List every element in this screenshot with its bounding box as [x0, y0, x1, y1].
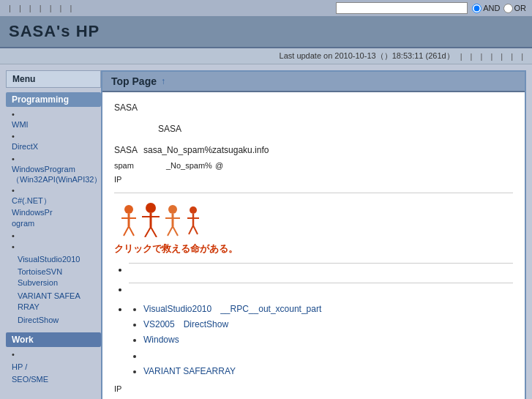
sub-item-variant[interactable]: VARIANT SAFEARRAY	[143, 365, 513, 379]
sidebar-link-svn[interactable]: TortoiseSVNSubversion	[18, 266, 101, 290]
svg-line-19	[193, 225, 198, 234]
ip-label: IP	[114, 174, 121, 187]
sidebar-link-vs2010[interactable]: VisualStudio2010	[18, 253, 101, 266]
sidebar-programming-label: Programming	[6, 92, 101, 107]
sub-link-windows[interactable]: Windows	[143, 335, 179, 345]
sub-list-1: VisualStudio2010 __RPC__out_xcount_part …	[129, 302, 513, 379]
spam-label: spam	[114, 160, 134, 173]
sidebar: Menu Programming WMI DirectX WindowsProg…	[6, 70, 101, 399]
page-title-arrow: ↑	[161, 76, 165, 86]
site-title: SASA's HP	[9, 22, 100, 40]
spam-replace: _No_spam%	[137, 160, 212, 173]
radio-and[interactable]	[472, 4, 482, 13]
sidebar-sub-links: VisualStudio2010 TortoiseSVNSubversion V…	[6, 253, 101, 327]
top-ticks: | | | | | | |	[6, 4, 331, 12]
update-text: Last update on 2010-10-13（）18:53:11 (261…	[280, 51, 454, 61]
at-symbol: @	[215, 160, 223, 173]
sidebar-work-section: Work HP / SEO/SME	[6, 332, 101, 387]
divider-1	[114, 193, 513, 193]
radio-or-text: OR	[514, 4, 527, 12]
sasa-desc-section: SASA	[114, 122, 513, 136]
content-area: Top Page ↑ SASA SASA SASA sasa_No_spam%z…	[101, 70, 526, 399]
intro-section: SASA	[114, 101, 513, 115]
sub-link-vs2005[interactable]: VS2005 DirectShow	[143, 319, 228, 329]
sidebar-item-directshow[interactable]: DirectShow	[18, 314, 101, 327]
blood-donation-svg	[114, 201, 202, 237]
main-layout: Menu Programming WMI DirectX WindowsProg…	[0, 64, 532, 399]
radio-and-label[interactable]: AND	[472, 4, 500, 13]
spam-row: spam _No_spam% @	[114, 160, 513, 173]
sub-link-variant[interactable]: VARIANT SAFEARRAY	[143, 366, 236, 376]
ip-row: IP	[114, 174, 513, 187]
sasa-intro: SASA	[114, 101, 513, 115]
svg-point-0	[124, 205, 133, 214]
news-item-1	[129, 263, 513, 277]
sasa-desc: SASA	[114, 122, 513, 136]
sidebar-item-variant[interactable]: VARIANT SAFEARRAY	[18, 290, 101, 314]
svg-line-18	[189, 225, 193, 234]
site-header: SASA's HP	[0, 16, 532, 48]
sidebar-item-svn[interactable]: TortoiseSVNSubversion	[18, 266, 101, 290]
sub-link-vs2010[interactable]: VisualStudio2010 __RPC__out_xcount_part	[143, 304, 321, 314]
sidebar-item-winprog[interactable]: WindowsProgram（Win32API(WinAPI32）	[6, 154, 101, 186]
sub-item-vs2005[interactable]: VS2005 DirectShow	[143, 318, 513, 332]
sidebar-item-work-blank	[6, 350, 101, 360]
sidebar-menu-header: Menu	[6, 70, 101, 88]
radio-or-label[interactable]: OR	[503, 4, 527, 13]
sidebar-item-wmi[interactable]: WMI	[6, 110, 101, 131]
sidebar-item-vs2010[interactable]: VisualStudio2010	[18, 253, 101, 266]
divider-news-2	[129, 283, 513, 283]
sidebar-link-hp[interactable]: HP /	[12, 361, 101, 373]
sidebar-item-seo[interactable]: SEO/SME	[12, 373, 101, 386]
content-header: Top Page ↑	[102, 72, 525, 92]
sidebar-item-blank2	[6, 242, 101, 253]
svg-line-3	[124, 226, 129, 236]
sasa-email: sasa_No_spam%zatsugaku.info	[143, 143, 269, 157]
svg-line-9	[151, 227, 157, 237]
radio-and-text: AND	[483, 4, 500, 12]
svg-point-10	[168, 205, 177, 214]
sidebar-link-variant[interactable]: VARIANT SAFEARRAY	[18, 290, 101, 314]
sidebar-work-label: Work	[6, 332, 101, 347]
sub-item-vs2010[interactable]: VisualStudio2010 __RPC__out_xcount_part	[143, 302, 513, 316]
sidebar-link-seo[interactable]: SEO/SME	[12, 373, 101, 386]
radio-group: AND OR	[472, 4, 526, 13]
sub-list-parent-1: VisualStudio2010 __RPC__out_xcount_part …	[129, 302, 513, 379]
update-bar: Last update on 2010-10-13（）18:53:11 (261…	[0, 48, 532, 64]
content-body: SASA SASA SASA sasa_No_spam%zatsugaku.in…	[102, 92, 525, 399]
page-title: Top Page	[111, 75, 157, 87]
email-section: SASA sasa_No_spam%zatsugaku.info spam _N…	[114, 143, 513, 193]
sidebar-link-csharp[interactable]: C#(.NET） WindowsProgram	[12, 195, 101, 230]
blood-image-section[interactable]: クリックで救える命がある。	[114, 201, 513, 257]
sub-item-windows[interactable]: Windows	[143, 333, 513, 347]
sidebar-link-winprog[interactable]: WindowsProgram（Win32API(WinAPI32）	[12, 163, 101, 186]
ip-label-2: IP	[114, 383, 121, 396]
news-list	[114, 263, 513, 297]
search-box	[336, 2, 468, 14]
sidebar-programming-section: Programming WMI DirectX WindowsProgram（W…	[6, 92, 101, 327]
top-bar: | | | | | | | AND OR	[0, 0, 532, 16]
sidebar-link-directshow[interactable]: DirectShow	[18, 314, 101, 327]
update-ticks: | | | | | | |	[460, 52, 526, 61]
sub-links-list: VisualStudio2010 __RPC__out_xcount_part …	[114, 302, 513, 379]
ip-row-2: IP	[114, 383, 513, 396]
sidebar-item-csharp[interactable]: C#(.NET） WindowsProgram	[6, 186, 101, 230]
radio-or[interactable]	[503, 4, 513, 13]
sasa-email-label: SASA	[114, 143, 138, 157]
svg-line-13	[168, 226, 173, 236]
sidebar-item-blank1	[6, 231, 101, 242]
sub-item-blank	[143, 349, 513, 363]
svg-line-8	[145, 227, 151, 237]
search-input[interactable]	[336, 2, 468, 14]
svg-line-14	[173, 226, 178, 236]
svg-point-15	[190, 206, 197, 214]
sidebar-item-directx[interactable]: DirectX	[6, 132, 101, 153]
blood-caption[interactable]: クリックで救える命がある。	[114, 242, 513, 257]
news-item-2	[129, 283, 513, 297]
divider-news-1	[129, 263, 513, 264]
sidebar-item-hp[interactable]: HP /	[12, 361, 101, 373]
sidebar-link-wmi[interactable]: WMI	[12, 119, 101, 131]
sidebar-link-directx[interactable]: DirectX	[12, 141, 101, 153]
svg-line-4	[129, 226, 134, 236]
sidebar-work-links: HP / SEO/SME	[6, 361, 101, 387]
